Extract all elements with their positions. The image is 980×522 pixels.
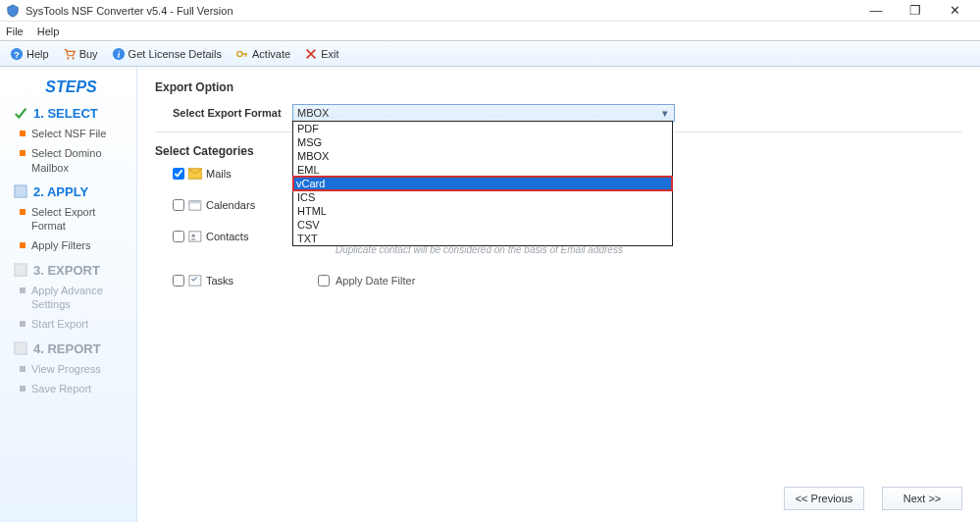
svg-point-14 [191,234,194,236]
tasks-label: Tasks [206,275,233,287]
calendars-label: Calendars [206,199,255,211]
tasks-icon [188,275,202,287]
svg-rect-8 [15,264,26,276]
option-csv[interactable]: CSV [293,218,672,232]
option-mbox[interactable]: MBOX [293,149,672,163]
tasks-date-filter-checkbox[interactable] [318,275,330,287]
menubar: File Help [0,22,980,41]
bullet-icon [20,321,26,327]
option-ics[interactable]: ICS [293,190,672,204]
sidebar-item-advance-settings: Apply Advance Settings [20,284,129,312]
export-format-options: PDF MSG MBOX EML vCard ICS HTML CSV TXT [292,121,673,246]
svg-rect-13 [189,232,201,241]
mails-checkbox[interactable] [173,168,184,180]
svg-rect-7 [15,185,26,197]
toolbar-buy[interactable]: Buy [59,45,102,63]
step-icon [14,184,27,198]
bullet-icon [20,150,26,156]
export-option-heading: Export Option [155,80,962,94]
footer: << Previous Next >> [784,487,962,510]
steps-title: STEPS [14,78,129,96]
menu-file[interactable]: File [6,26,24,37]
close-button[interactable]: ✕ [935,3,974,18]
bullet-icon [20,366,26,372]
main: STEPS 1. SELECT Select NSF File Select D… [0,67,980,522]
toolbar-exit[interactable]: Exit [300,45,342,63]
dropdown-selected: MBOX [297,107,329,119]
sidebar-item-view-progress: View Progress [20,362,129,376]
sidebar-item-apply-filters[interactable]: Apply Filters [20,238,129,252]
minimize-button[interactable]: — [856,3,896,18]
step-2-apply[interactable]: 2. APPLY [14,184,129,199]
svg-point-6 [237,51,242,56]
svg-rect-15 [189,276,201,286]
sidebar-item-select-nsf[interactable]: Select NSF File [20,127,129,140]
option-vcard[interactable]: vCard [292,176,673,191]
app-icon [6,4,20,18]
mails-label: Mails [206,168,232,180]
bullet-icon [20,130,26,136]
next-button[interactable]: Next >> [882,487,962,510]
export-format-dropdown[interactable]: MBOX ▾ [292,104,675,122]
sidebar: STEPS 1. SELECT Select NSF File Select D… [0,67,137,522]
svg-rect-9 [15,342,26,354]
step-icon [14,263,27,277]
step-3-export: 3. EXPORT [14,263,129,278]
toolbar-activate[interactable]: Activate [232,45,294,63]
previous-button[interactable]: << Previous [784,487,864,510]
toolbar: ? Help Buy i Get License Details Activat… [0,41,980,67]
contacts-icon [188,231,202,242]
option-pdf[interactable]: PDF [293,122,672,135]
sidebar-item-start-export: Start Export [20,317,129,331]
help-icon: ? [10,47,24,61]
mail-icon [188,168,202,180]
maximize-button[interactable]: ❐ [896,3,935,18]
key-icon [235,47,249,61]
svg-point-2 [67,57,69,59]
bullet-icon [20,386,26,392]
svg-rect-12 [189,201,201,204]
svg-text:?: ? [14,48,20,59]
tasks-checkbox[interactable] [173,275,184,287]
bullet-icon [20,242,26,248]
bullet-icon [20,287,26,293]
sidebar-item-export-format[interactable]: Select Export Format [20,205,129,234]
check-icon [14,107,27,121]
menu-help[interactable]: Help [37,26,60,37]
window-title: SysTools NSF Converter v5.4 - Full Versi… [26,5,856,17]
step-4-report: 4. REPORT [14,341,129,356]
contacts-checkbox[interactable] [173,231,184,242]
titlebar: SysTools NSF Converter v5.4 - Full Versi… [0,0,980,22]
option-html[interactable]: HTML [293,204,672,218]
calendar-icon [188,199,202,211]
toolbar-help[interactable]: ? Help [6,45,53,63]
sidebar-item-save-report: Save Report [20,382,129,395]
sidebar-item-select-domino[interactable]: Select Domino Mailbox [20,146,129,175]
svg-point-3 [72,57,74,59]
bullet-icon [20,209,26,215]
content: Export Option Select Export Format MBOX … [137,67,980,522]
info-icon: i [112,47,126,61]
step-1-select[interactable]: 1. SELECT [14,106,129,121]
exit-icon [304,47,318,61]
option-eml[interactable]: EML [293,163,672,177]
step-icon [14,341,27,355]
toolbar-license[interactable]: i Get License Details [108,45,226,63]
contacts-label: Contacts [206,231,248,242]
option-txt[interactable]: TXT [293,232,672,245]
chevron-down-icon: ▾ [658,106,672,120]
tasks-date-filter-label: Apply Date Filter [335,275,415,287]
select-format-label: Select Export Format [155,107,292,119]
cart-icon [63,47,77,61]
calendars-checkbox[interactable] [173,199,184,211]
option-msg[interactable]: MSG [293,135,672,149]
